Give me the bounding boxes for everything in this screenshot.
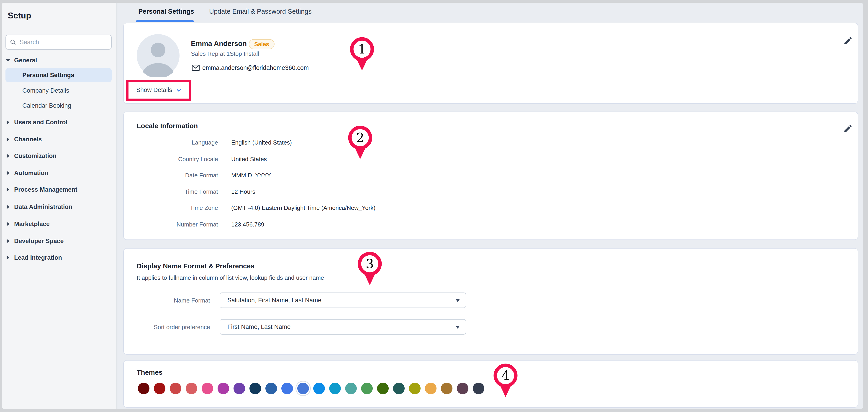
sidebar-item-marketplace[interactable]: Marketplace [2, 217, 116, 231]
sort-order-select[interactable]: First Name, Last Name [220, 319, 466, 335]
theme-swatch[interactable] [249, 383, 261, 394]
annotation-pin-4: 4 [493, 363, 518, 398]
sidebar-item-general[interactable]: General [2, 53, 116, 68]
theme-swatch[interactable] [202, 383, 213, 394]
sidebar-item-process-management[interactable]: Process Management [2, 182, 116, 197]
locale-row-time-zone: Time Zone (GMT -4:0) Eastern Daylight Ti… [124, 203, 858, 212]
page-title: Setup [8, 11, 31, 21]
active-tab-underline [136, 20, 194, 22]
locale-row-number-format: Number Format 123,456.789 [124, 220, 858, 229]
theme-swatch[interactable] [361, 383, 373, 394]
chevron-collapsed-icon [7, 239, 9, 243]
locale-information-card: Locale Information Language English (Uni… [123, 111, 858, 240]
theme-swatch[interactable] [329, 383, 341, 394]
theme-swatch[interactable] [441, 383, 453, 394]
chevron-collapsed-icon [7, 187, 9, 192]
sidebar-item-lead-integration[interactable]: Lead Integration [2, 250, 116, 265]
locale-row-date-format: Date Format MMM D, YYYY [124, 171, 858, 180]
setup-window: Setup General Personal Settings Company … [2, 3, 863, 409]
sidebar-item-developer-space[interactable]: Developer Space [2, 234, 116, 248]
sort-order-label: Sort order preference [124, 324, 210, 331]
chevron-collapsed-icon [7, 171, 9, 175]
theme-swatch[interactable] [313, 383, 325, 394]
user-role-line: Sales Rep at 1Stop Install [191, 50, 259, 57]
theme-swatch[interactable] [473, 383, 484, 394]
theme-swatch[interactable] [266, 383, 277, 394]
chevron-collapsed-icon [7, 205, 9, 209]
locale-row-time-format: Time Format 12 Hours [124, 187, 858, 196]
annotation-pin-1: 1 [349, 36, 375, 71]
chevron-expanded-icon [6, 59, 10, 62]
chevron-collapsed-icon [7, 137, 9, 142]
avatar [137, 34, 180, 77]
search-input[interactable] [20, 39, 107, 46]
profile-card: Emma Anderson Sales Sales Rep at 1Stop I… [123, 23, 858, 104]
sidebar-item-automation[interactable]: Automation [2, 166, 116, 180]
search-input-wrapper[interactable] [5, 35, 112, 49]
theme-swatch[interactable] [154, 383, 165, 394]
locale-row-language: Language English (United States) [124, 138, 858, 147]
content-area: Personal Settings Update Email & Passwor… [117, 3, 863, 409]
theme-swatch[interactable] [138, 383, 150, 394]
chevron-collapsed-icon [7, 255, 9, 260]
email-icon [191, 64, 200, 72]
theme-swatch[interactable] [457, 383, 468, 394]
edit-profile-icon[interactable] [843, 36, 853, 45]
sidebar-item-channels[interactable]: Channels [2, 132, 116, 147]
tab-personal-settings[interactable]: Personal Settings [138, 8, 194, 17]
user-email: emma.anderson@floridahome360.com [202, 64, 309, 71]
role-badge: Sales [249, 39, 275, 49]
theme-swatch[interactable] [281, 383, 293, 394]
theme-swatch[interactable] [425, 383, 436, 394]
annotation-highlight-box [126, 80, 191, 101]
card-title: Locale Information [137, 122, 198, 130]
theme-swatches [138, 383, 484, 394]
theme-swatch[interactable] [297, 383, 309, 394]
svg-text:1: 1 [358, 42, 366, 57]
search-icon [9, 39, 17, 45]
theme-swatch[interactable] [170, 383, 181, 394]
sidebar-item-calendar-booking[interactable]: Calendar Booking [2, 98, 116, 113]
chevron-collapsed-icon [7, 120, 9, 125]
theme-swatch[interactable] [393, 383, 405, 394]
sidebar-item-personal-settings[interactable]: Personal Settings [5, 68, 112, 82]
chevron-collapsed-icon [7, 222, 9, 226]
dropdown-caret-icon [456, 299, 460, 302]
setup-sidebar: Setup General Personal Settings Company … [2, 3, 117, 409]
dropdown-caret-icon [456, 326, 460, 329]
theme-swatch[interactable] [377, 383, 389, 394]
tab-update-email-password[interactable]: Update Email & Password Settings [209, 8, 312, 17]
card-title: Themes [137, 369, 162, 376]
themes-card: Themes 4 [123, 360, 858, 408]
annotation-pin-3: 3 [357, 251, 382, 286]
sidebar-item-company-details[interactable]: Company Details [2, 83, 116, 98]
card-title: Display Name Format & Preferences [137, 262, 254, 270]
edit-locale-icon[interactable] [843, 124, 853, 133]
svg-text:3: 3 [366, 256, 374, 271]
display-name-card: Display Name Format & Preferences It app… [123, 248, 858, 355]
theme-swatch[interactable] [409, 383, 421, 394]
svg-text:4: 4 [501, 368, 509, 383]
card-subtitle: It applies to fullname in column of list… [137, 274, 324, 281]
sidebar-item-data-administration[interactable]: Data Administration [2, 200, 116, 214]
theme-swatch[interactable] [234, 383, 245, 394]
theme-swatch[interactable] [218, 383, 229, 394]
locale-row-country: Country Locale United States [124, 154, 858, 164]
user-name: Emma Anderson [191, 40, 247, 48]
name-format-label: Name Format [124, 297, 210, 304]
name-format-select[interactable]: Salutation, First Name, Last Name [220, 293, 466, 308]
chevron-collapsed-icon [7, 153, 9, 158]
theme-swatch[interactable] [186, 383, 197, 394]
sidebar-item-users-and-control[interactable]: Users and Control [2, 115, 116, 130]
sidebar-item-customization[interactable]: Customization [2, 149, 116, 163]
theme-swatch[interactable] [345, 383, 357, 394]
